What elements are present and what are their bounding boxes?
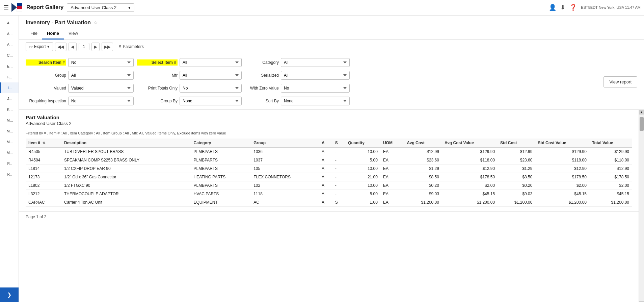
group-by-label: Group By xyxy=(137,99,178,103)
sidebar-item-13[interactable]: P... xyxy=(0,158,19,169)
table-row: 121731/2" Od x 36" Gas ConnectorHEATING … xyxy=(26,173,632,181)
report-divider xyxy=(26,129,632,129)
sidebar-item-14[interactable]: P... xyxy=(0,169,19,180)
help-icon[interactable]: ❓ xyxy=(569,4,577,11)
page-number-input[interactable] xyxy=(79,43,89,50)
sidebar-item-0[interactable]: A... xyxy=(0,18,19,28)
col-header-quantity: Quantity xyxy=(345,139,380,148)
table-row: R4505TUB DIVERTER SPOUT BRASSPLMBPARTS10… xyxy=(26,148,632,156)
cell-category: HEATING PARTS xyxy=(191,173,251,181)
cell-category: PLMBPARTS xyxy=(191,148,251,156)
nav-last-button[interactable]: ▶▶ xyxy=(102,43,113,51)
scroll-thumb[interactable] xyxy=(640,117,644,131)
app-logo xyxy=(11,3,22,12)
cell-std_cost_value: $45.15 xyxy=(535,190,589,198)
nav-first-button[interactable]: ◀◀ xyxy=(55,43,66,51)
sort-icon[interactable]: ⇅ xyxy=(43,141,45,145)
filter-icon: ⊻ xyxy=(118,44,122,49)
scroll-up-button[interactable]: ▲ xyxy=(639,110,644,115)
sidebar-item-10[interactable]: M... xyxy=(0,126,19,136)
cell-avg_cost: $23.60 xyxy=(404,156,442,165)
export-button[interactable]: ↦ Export ▾ xyxy=(26,42,53,51)
requiring-inspection-select[interactable]: NoYes xyxy=(68,97,134,105)
sidebar-item-4[interactable]: E... xyxy=(0,61,19,72)
col-header-category: Category xyxy=(191,139,251,148)
cell-std_cost: $1,200.00 xyxy=(498,198,535,207)
cell-description: 1/2 FTGXC 90 xyxy=(61,181,191,190)
class-selector[interactable]: Advanced User Class 2 ▾ xyxy=(67,3,134,12)
cell-group: 1118 xyxy=(251,190,319,198)
group-by-select[interactable]: None xyxy=(180,97,242,105)
cell-category: EQUIPMENT xyxy=(191,198,251,207)
favorite-star-icon[interactable]: ☆ xyxy=(93,20,98,25)
cell-std_cost: $8.50 xyxy=(498,173,535,181)
download-icon[interactable]: ⬇ xyxy=(560,4,565,11)
cell-quantity: 10.00 xyxy=(345,165,380,173)
cell-std_cost_value: $12.90 xyxy=(535,165,589,173)
cell-quantity: 5.00 xyxy=(345,156,380,165)
nav-prev-button[interactable]: ◀ xyxy=(69,43,77,51)
sidebar-item-2[interactable]: A... xyxy=(0,39,19,50)
table-row: L3212THERMOCOUPLE ADAPTORHVAC PARTS1118A… xyxy=(26,190,632,198)
sidebar-item-5[interactable]: F... xyxy=(0,72,19,82)
col-header-item-num[interactable]: Item # ⇅ xyxy=(26,139,61,148)
select-item-select[interactable]: All xyxy=(180,58,242,67)
serialized-select[interactable]: All xyxy=(281,71,350,80)
sidebar-item-3[interactable]: C... xyxy=(0,50,19,61)
cell-group: FLEX CONNETORS xyxy=(251,173,319,181)
sidebar-item-8[interactable]: K... xyxy=(0,104,19,115)
tab-home[interactable]: Home xyxy=(42,28,64,40)
cell-category: PLMBPARTS xyxy=(191,181,251,190)
parameters-button[interactable]: ⊻ Parameters xyxy=(115,43,147,51)
cell-avg_cost: $12.99 xyxy=(404,148,442,156)
cell-description: Carrier 4 Ton AC Unit xyxy=(61,198,191,207)
sidebar-item-9[interactable]: M... xyxy=(0,115,19,126)
sidebar-item-1[interactable]: A... xyxy=(0,28,19,39)
print-totals-label: Print Totals Only xyxy=(137,86,178,91)
sidebar-item-12[interactable]: M... xyxy=(0,147,19,158)
sidebar-item-7[interactable]: J... xyxy=(0,93,19,104)
zero-value-label: With Zero Value xyxy=(245,86,279,91)
cell-s: - xyxy=(332,165,346,173)
ribbon-tabs: File Home View xyxy=(19,28,644,40)
nav-next-button[interactable]: ▶ xyxy=(91,43,100,51)
sidebar-item-11[interactable]: M... xyxy=(0,136,19,147)
print-totals-select[interactable]: NoYes xyxy=(180,84,242,93)
report-area: Part Valuation Advanced User Class 2 Fil… xyxy=(19,110,639,211)
export-label: Export xyxy=(34,44,46,49)
cell-a: A xyxy=(319,190,332,198)
tab-file[interactable]: File xyxy=(26,28,42,40)
param-sort-by: Sort By None xyxy=(245,97,350,105)
sidebar-item-6[interactable]: I... xyxy=(0,82,19,93)
mfr-select[interactable]: All xyxy=(180,71,242,80)
group-select[interactable]: All xyxy=(68,71,134,80)
filter-text: Filtered by = , Item # : All , Item Cate… xyxy=(26,131,632,135)
cell-quantity: 5.00 xyxy=(345,190,380,198)
cell-std_cost: $23.60 xyxy=(498,156,535,165)
category-select[interactable]: All xyxy=(281,58,350,67)
sort-by-select[interactable]: None xyxy=(281,97,350,105)
zero-value-select[interactable]: NoYes xyxy=(281,84,350,93)
nav-right: 👤 ⬇ ❓ EST5EDT-New York, USA 11:47 AM xyxy=(549,4,641,11)
cell-std_cost_value: $178.50 xyxy=(535,173,589,181)
user-icon[interactable]: 👤 xyxy=(549,4,556,11)
cell-group: 1037 xyxy=(251,156,319,165)
cell-std_cost: $12.99 xyxy=(498,148,535,156)
cell-category: PLMBPARTS xyxy=(191,156,251,165)
params-col2: Select Item # All Mfr All Print Totals O… xyxy=(134,58,242,105)
tab-view[interactable]: View xyxy=(64,28,83,40)
toolbar: ↦ Export ▾ ◀◀ ◀ ▶ ▶▶ ⊻ Parameters xyxy=(19,40,644,54)
sort-by-label: Sort By xyxy=(245,99,279,103)
top-navigation: ☰ Report Gallery Advanced User Class 2 ▾… xyxy=(0,0,644,16)
valued-select[interactable]: ValuedAllUnvalued xyxy=(68,84,134,93)
hamburger-menu[interactable]: ☰ xyxy=(3,4,9,11)
cell-item_num: 12173 xyxy=(26,173,61,181)
sidebar-expand-button[interactable]: ❯ xyxy=(0,287,19,302)
scrollbar[interactable]: ▲ ▼ xyxy=(639,110,644,302)
cell-uom: EA xyxy=(380,181,404,190)
view-report-button[interactable]: View report xyxy=(603,76,637,87)
col-header-std-cost-value: Std Cost Value xyxy=(535,139,589,148)
param-print-totals: Print Totals Only NoYes xyxy=(137,84,242,93)
cell-std_cost_value: $129.90 xyxy=(535,148,589,156)
search-item-select[interactable]: NoYes xyxy=(68,58,134,67)
